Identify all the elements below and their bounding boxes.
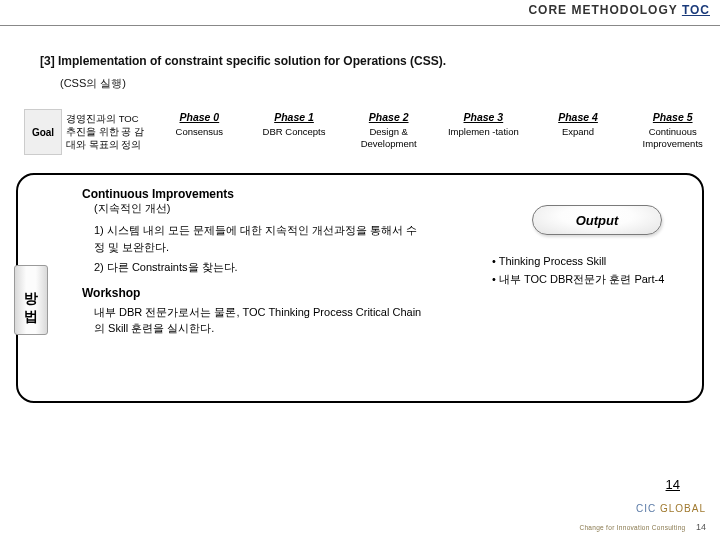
phase-2: Phase 2 Design & Development bbox=[341, 109, 436, 155]
phase-5: Phase 5 Continuous Improvements bbox=[625, 109, 720, 155]
section-heading: [3] Implementation of constraint specifi… bbox=[40, 54, 720, 91]
phase-head: Phase 2 bbox=[343, 111, 434, 123]
phase-4: Phase 4 Expand bbox=[531, 109, 626, 155]
header-left: CORE METHODOLOGY bbox=[528, 3, 677, 17]
method-tab-label: 방법 bbox=[22, 282, 40, 318]
phase-0: Phase 0 Consensus bbox=[152, 109, 247, 155]
output-badge-label: Output bbox=[576, 213, 619, 228]
section-subtitle: (CSS의 실행) bbox=[60, 76, 720, 91]
phase-row: Goal 경영진과의 TOC 추진을 위한 공 감대와 목표의 정의 Phase… bbox=[24, 109, 720, 155]
header: CORE METHODOLOGY TOC bbox=[0, 0, 720, 26]
phase-body: Consensus bbox=[154, 126, 245, 138]
workshop-body: 내부 DBR 전문가로서는 물론, TOC Thinking Process C… bbox=[94, 304, 434, 337]
phase-head: Phase 1 bbox=[249, 111, 340, 123]
footer-logo-line: CIC GLOBAL bbox=[579, 498, 706, 516]
header-right: TOC bbox=[682, 3, 710, 17]
phase-head: Phase 4 bbox=[533, 111, 624, 123]
page: CORE METHODOLOGY TOC [3] Implementation … bbox=[0, 0, 720, 540]
section-num: [3] bbox=[40, 54, 55, 68]
phase-head: Phase 0 bbox=[154, 111, 245, 123]
section-title-text: Implementation of constraint specific so… bbox=[58, 54, 446, 68]
section-title: [3] Implementation of constraint specifi… bbox=[40, 54, 720, 68]
footer: 14 CIC GLOBAL Change for Innovation Cons… bbox=[579, 477, 706, 534]
page-number-small: 14 bbox=[696, 522, 706, 532]
page-number-large: 14 bbox=[579, 477, 680, 492]
list-item: 1) 시스템 내의 모든 문제들에 대한 지속적인 개선과정을 통해서 수정 및… bbox=[94, 222, 424, 256]
footer-logo: CIC GLOBAL bbox=[636, 503, 706, 514]
ci-title: Continuous Improvements bbox=[82, 187, 688, 201]
phase-body: Design & Development bbox=[343, 126, 434, 150]
output-badge: Output bbox=[532, 205, 662, 235]
phase-body: Continuous Improvements bbox=[627, 126, 718, 150]
phase-1: Phase 1 DBR Concepts bbox=[247, 109, 342, 155]
phase-head: Phase 3 bbox=[438, 111, 529, 123]
phase-3: Phase 3 Implemen -tation bbox=[436, 109, 531, 155]
goal-label: Goal bbox=[32, 127, 54, 138]
phase-body: Expand bbox=[533, 126, 624, 138]
footer-tagline: Change for Innovation Consulting bbox=[579, 524, 685, 531]
method-tab: 방법 bbox=[14, 265, 48, 335]
footer-bottom-line: Change for Innovation Consulting 14 bbox=[579, 516, 706, 534]
header-title: CORE METHODOLOGY TOC bbox=[528, 3, 710, 17]
phase-body: DBR Concepts bbox=[249, 126, 340, 138]
list-item: 2) 다른 Constraints을 찾는다. bbox=[94, 259, 424, 276]
phase-body: Implemen -tation bbox=[438, 126, 529, 138]
content-box: 방법 Continuous Improvements (지속적인 개선) 1) … bbox=[16, 173, 704, 403]
logo-part-1: CIC bbox=[636, 503, 656, 514]
list-item: 내부 TOC DBR전문가 훈련 Part-4 bbox=[492, 271, 682, 289]
goal-text: 경영진과의 TOC 추진을 위한 공 감대와 목표의 정의 bbox=[62, 109, 152, 155]
goal-label-box: Goal bbox=[24, 109, 62, 155]
list-item: Thinking Process Skill bbox=[492, 253, 682, 271]
phase-head: Phase 5 bbox=[627, 111, 718, 123]
logo-part-2: GLOBAL bbox=[660, 503, 706, 514]
output-list: Thinking Process Skill 내부 TOC DBR전문가 훈련 … bbox=[492, 253, 682, 288]
ci-list: 1) 시스템 내의 모든 문제들에 대한 지속적인 개선과정을 통해서 수정 및… bbox=[94, 222, 424, 275]
